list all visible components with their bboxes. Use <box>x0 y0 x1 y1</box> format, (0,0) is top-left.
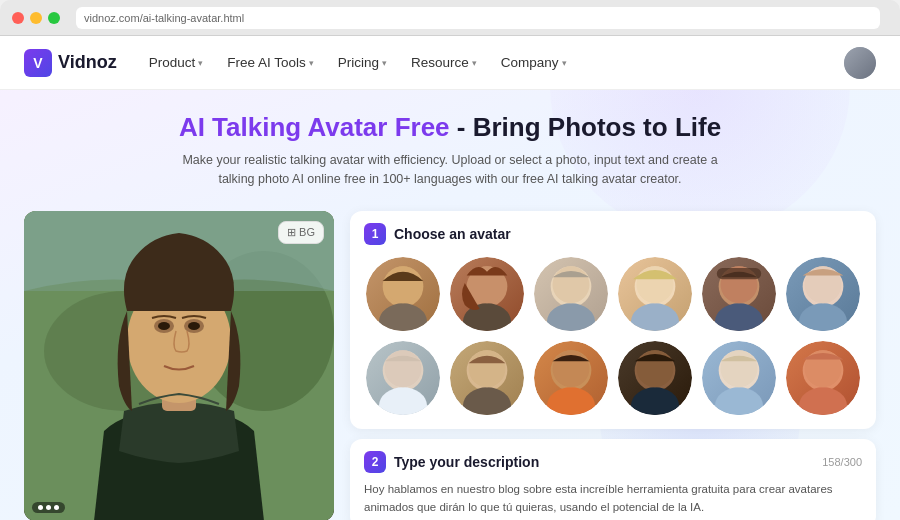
avatar-face <box>702 257 776 331</box>
dot-3 <box>54 505 59 510</box>
svg-point-27 <box>799 303 847 331</box>
browser-chrome: vidnoz.com/ai-talking-avatar.html <box>0 0 900 36</box>
hero-subtitle: Make your realistic talking avatar with … <box>170 151 730 189</box>
address-bar[interactable]: vidnoz.com/ai-talking-avatar.html <box>76 7 880 29</box>
avatar-item[interactable] <box>532 255 610 333</box>
description-card: 2 Type your description 158/300 Hoy habl… <box>350 439 876 520</box>
close-button[interactable] <box>12 12 24 24</box>
nav-pricing-label: Pricing <box>338 55 379 70</box>
user-avatar-button[interactable] <box>844 47 876 79</box>
nav-resource[interactable]: Resource ▾ <box>411 55 477 70</box>
svg-point-20 <box>631 303 679 331</box>
avatar-face <box>786 257 860 331</box>
main-content: ⊞ BG 1 Choose an avatar <box>0 199 900 520</box>
avatar-item[interactable] <box>616 255 694 333</box>
avatar-item[interactable] <box>364 339 442 417</box>
nav-company-label: Company <box>501 55 559 70</box>
svg-point-31 <box>385 350 422 387</box>
logo-icon: V <box>24 49 52 77</box>
dot-1 <box>38 505 43 510</box>
nav-product[interactable]: Product ▾ <box>149 55 204 70</box>
bg-icon: ⊞ <box>287 226 296 239</box>
svg-point-33 <box>463 387 511 415</box>
hero-title-rest: - Bring Photos to Life <box>450 112 722 142</box>
hero-section: AI Talking Avatar Free - Bring Photos to… <box>0 90 900 199</box>
avatar-face <box>618 257 692 331</box>
svg-point-8 <box>158 322 170 330</box>
svg-point-23 <box>715 303 763 331</box>
page: V Vidnoz Product ▾ Free AI Tools ▾ Prici… <box>0 36 900 520</box>
hero-title-highlight: AI Talking Avatar Free <box>179 112 450 142</box>
step1-title: Choose an avatar <box>394 226 511 242</box>
avatar-item[interactable] <box>616 339 694 417</box>
mona-lisa-image: ⊞ BG <box>24 211 334 520</box>
avatar-face <box>534 341 608 415</box>
avatar-face <box>534 257 608 331</box>
svg-point-45 <box>799 387 847 415</box>
maximize-button[interactable] <box>48 12 60 24</box>
chevron-down-icon: ▾ <box>309 58 314 68</box>
svg-point-36 <box>547 387 595 415</box>
avatar-item[interactable] <box>700 339 778 417</box>
bg-label: BG <box>299 226 315 238</box>
avatar-item[interactable] <box>448 339 526 417</box>
nav-pricing[interactable]: Pricing ▾ <box>338 55 387 70</box>
controls-panel: 1 Choose an avatar <box>350 211 876 520</box>
svg-rect-25 <box>717 268 761 279</box>
avatar-item[interactable] <box>532 339 610 417</box>
step2-header: 2 Type your description 158/300 <box>364 451 862 473</box>
hero-title: AI Talking Avatar Free - Bring Photos to… <box>20 112 880 143</box>
avatar-item[interactable] <box>784 255 862 333</box>
nav-resource-label: Resource <box>411 55 469 70</box>
traffic-lights <box>12 12 60 24</box>
avatar-item[interactable] <box>784 339 862 417</box>
minimize-button[interactable] <box>30 12 42 24</box>
description-text[interactable]: Hoy hablamos en nuestro blog sobre esta … <box>364 481 862 517</box>
avatar-face <box>450 257 524 331</box>
svg-point-42 <box>715 387 763 415</box>
chevron-down-icon: ▾ <box>472 58 477 68</box>
panel-dots <box>32 502 65 513</box>
step2-badge: 2 <box>364 451 386 473</box>
svg-point-43 <box>721 350 758 387</box>
svg-point-12 <box>385 266 422 303</box>
svg-point-17 <box>547 303 595 331</box>
dot-2 <box>46 505 51 510</box>
avatar-face <box>618 341 692 415</box>
char-count: 158/300 <box>822 456 862 468</box>
svg-point-34 <box>469 350 506 387</box>
nav-product-label: Product <box>149 55 196 70</box>
svg-point-39 <box>631 387 679 415</box>
avatar-grid <box>364 255 862 417</box>
painting-svg <box>24 211 334 520</box>
chevron-down-icon: ▾ <box>382 58 387 68</box>
step1-header: 1 Choose an avatar <box>364 223 862 245</box>
user-avatar <box>844 47 876 79</box>
logo-text: Vidnoz <box>58 52 117 73</box>
avatar-card: 1 Choose an avatar <box>350 211 876 429</box>
avatar-item[interactable] <box>364 255 442 333</box>
avatar-face <box>366 257 440 331</box>
url-text: vidnoz.com/ai-talking-avatar.html <box>84 12 244 24</box>
nav-free-tools-label: Free AI Tools <box>227 55 306 70</box>
avatar-item[interactable] <box>700 255 778 333</box>
svg-point-30 <box>379 387 427 415</box>
navbar: V Vidnoz Product ▾ Free AI Tools ▾ Prici… <box>0 36 900 90</box>
chevron-down-icon: ▾ <box>562 58 567 68</box>
chevron-down-icon: ▾ <box>198 58 203 68</box>
avatar-face <box>450 341 524 415</box>
nav-company[interactable]: Company ▾ <box>501 55 567 70</box>
avatar-item[interactable] <box>448 255 526 333</box>
nav-free-tools[interactable]: Free AI Tools ▾ <box>227 55 314 70</box>
step2-title: Type your description <box>394 454 539 470</box>
logo[interactable]: V Vidnoz <box>24 49 117 77</box>
avatar-face <box>786 341 860 415</box>
svg-point-11 <box>379 303 427 331</box>
bg-button[interactable]: ⊞ BG <box>278 221 324 244</box>
image-panel: ⊞ BG <box>24 211 334 520</box>
avatar-face <box>366 341 440 415</box>
avatar-face <box>702 341 776 415</box>
step2-header-left: 2 Type your description <box>364 451 539 473</box>
svg-point-9 <box>188 322 200 330</box>
step1-badge: 1 <box>364 223 386 245</box>
